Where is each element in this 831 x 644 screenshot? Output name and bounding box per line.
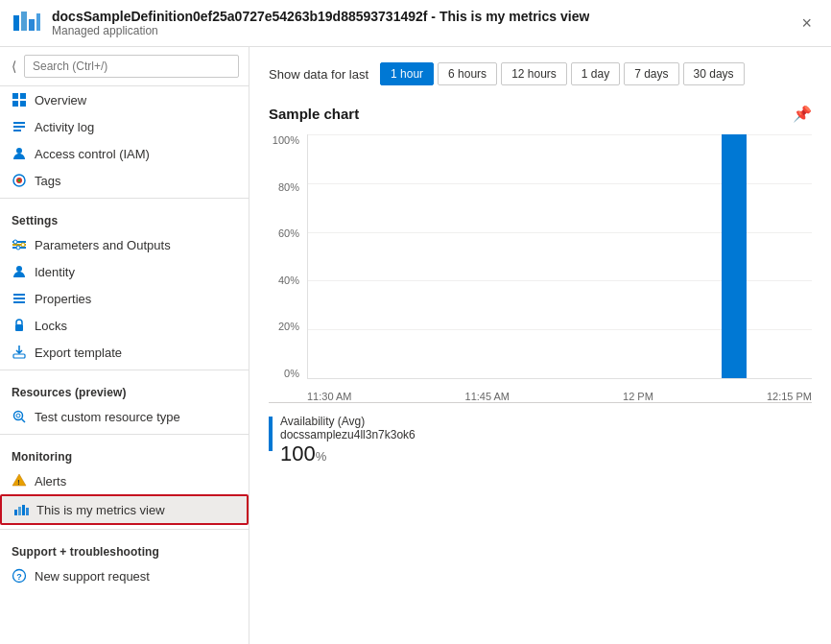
svg-line-28 — [22, 419, 26, 423]
svg-rect-26 — [13, 354, 25, 358]
svg-rect-22 — [13, 294, 25, 296]
identity-icon — [12, 264, 27, 279]
svg-rect-2 — [29, 19, 35, 31]
tags-icon — [12, 173, 27, 188]
y-label-100: 100% — [269, 134, 299, 146]
page-title: docsSampleDefinition0ef25a0727e54263b19d… — [52, 9, 589, 24]
time-btn-6hours[interactable]: 6 hours — [438, 62, 497, 85]
svg-text:!: ! — [17, 479, 19, 486]
chart-legend: Availability (Avg) docssamplezu4ll3n7k3o… — [269, 415, 812, 466]
page-subtitle: Managed application — [52, 24, 589, 37]
activity-log-label: Activity log — [35, 120, 94, 134]
svg-point-29 — [16, 414, 20, 417]
overview-icon — [12, 92, 27, 107]
monitoring-section-header: Monitoring — [0, 439, 249, 467]
y-label-80: 80% — [269, 181, 299, 193]
alerts-label: Alerts — [35, 474, 66, 489]
svg-rect-1 — [21, 12, 27, 31]
sidebar-item-support[interactable]: ? New support request — [0, 562, 249, 589]
chart-container: 100% 80% 60% 40% 20% 0% — [269, 134, 812, 403]
sidebar-item-identity[interactable]: Identity — [0, 258, 249, 285]
chart-title: Sample chart — [269, 106, 359, 122]
pin-button[interactable]: 📌 — [793, 105, 812, 123]
legend-color-bar — [269, 417, 273, 451]
y-label-40: 40% — [269, 274, 299, 286]
chart-section: Sample chart 📌 100% 80% 60% 40% 20% 0% — [269, 105, 812, 466]
chart-header: Sample chart 📌 — [269, 105, 812, 123]
properties-label: Properties — [35, 292, 91, 306]
locks-label: Locks — [35, 319, 67, 333]
sidebar-item-metrics-view[interactable]: This is my metrics view — [0, 494, 249, 525]
y-axis: 100% 80% 60% 40% 20% 0% — [269, 134, 303, 379]
svg-text:?: ? — [16, 572, 22, 582]
locks-icon — [12, 318, 27, 333]
search-input[interactable] — [24, 55, 239, 78]
x-label-1215: 12:15 PM — [767, 391, 812, 402]
close-button[interactable]: × — [794, 10, 819, 37]
overview-label: Overview — [35, 93, 86, 107]
svg-rect-34 — [26, 508, 29, 515]
sidebar-item-tags[interactable]: Tags — [0, 167, 249, 194]
properties-icon — [12, 291, 27, 306]
svg-point-21 — [16, 266, 22, 272]
sidebar-item-alerts[interactable]: ! Alerts — [0, 467, 249, 494]
sidebar-item-parameters[interactable]: Parameters and Outputs — [0, 231, 249, 258]
time-btn-12hours[interactable]: 12 hours — [501, 62, 567, 85]
svg-point-18 — [13, 240, 17, 244]
chart-bar — [722, 134, 747, 378]
svg-point-14 — [18, 179, 21, 182]
time-btn-30days[interactable]: 30 days — [683, 62, 745, 85]
support-label: New support request — [35, 569, 150, 584]
x-label-1145: 11:45 AM — [465, 391, 510, 402]
time-filter-label: Show data for last — [269, 67, 368, 82]
svg-rect-0 — [13, 15, 19, 31]
legend-subtitle: docssamplezu4ll3n7k3ok6 — [280, 428, 416, 441]
svg-rect-33 — [22, 505, 25, 515]
test-custom-icon — [12, 409, 27, 424]
sidebar-item-export[interactable]: Export template — [0, 339, 249, 366]
y-label-0: 0% — [269, 368, 299, 379]
svg-rect-10 — [13, 130, 21, 131]
sidebar-item-overview[interactable]: Overview — [0, 86, 249, 113]
svg-rect-7 — [20, 101, 26, 107]
x-label-12pm: 12 PM — [623, 391, 653, 402]
parameters-label: Parameters and Outputs — [35, 238, 171, 252]
export-label: Export template — [35, 346, 122, 360]
legend-unit: % — [316, 449, 327, 464]
svg-point-19 — [21, 243, 25, 247]
divider-monitoring — [0, 434, 249, 435]
divider-support — [0, 529, 249, 530]
test-custom-label: Test custom resource type — [35, 410, 180, 424]
svg-rect-23 — [13, 298, 25, 299]
svg-point-27 — [14, 412, 23, 420]
parameters-icon — [12, 237, 27, 252]
legend-title: Availability (Avg) — [280, 415, 416, 428]
y-label-60: 60% — [269, 227, 299, 239]
sidebar-item-locks[interactable]: Locks — [0, 312, 249, 339]
sidebar-item-access-control[interactable]: Access control (IAM) — [0, 140, 249, 167]
svg-rect-3 — [36, 13, 40, 31]
sidebar-item-test-custom[interactable]: Test custom resource type — [0, 403, 249, 430]
resources-section-header: Resources (preview) — [0, 374, 249, 403]
main-content: Show data for last 1 hour 6 hours 12 hou… — [249, 47, 831, 644]
activity-log-icon — [12, 119, 27, 134]
identity-label: Identity — [35, 265, 75, 279]
time-btn-1day[interactable]: 1 day — [571, 62, 620, 85]
title-bar: docsSampleDefinition0ef25a0727e54263b19d… — [0, 0, 831, 47]
time-btn-7days[interactable]: 7 days — [624, 62, 678, 85]
metrics-view-icon — [13, 502, 29, 517]
collapse-button[interactable]: ⟨ — [10, 57, 18, 76]
svg-rect-5 — [20, 93, 26, 99]
tags-label: Tags — [35, 174, 60, 188]
time-btn-1hour[interactable]: 1 hour — [380, 62, 434, 85]
svg-point-20 — [16, 246, 20, 250]
svg-rect-31 — [14, 510, 17, 515]
sidebar-item-properties[interactable]: Properties — [0, 285, 249, 312]
metrics-view-label: This is my metrics view — [36, 503, 165, 517]
search-container: ⟨ — [0, 47, 249, 86]
svg-rect-32 — [18, 507, 21, 515]
sidebar: ⟨ Overview Activity log Access control (… — [0, 47, 249, 644]
x-label-1130: 11:30 AM — [307, 391, 351, 402]
svg-rect-4 — [12, 93, 18, 99]
sidebar-item-activity-log[interactable]: Activity log — [0, 113, 249, 140]
